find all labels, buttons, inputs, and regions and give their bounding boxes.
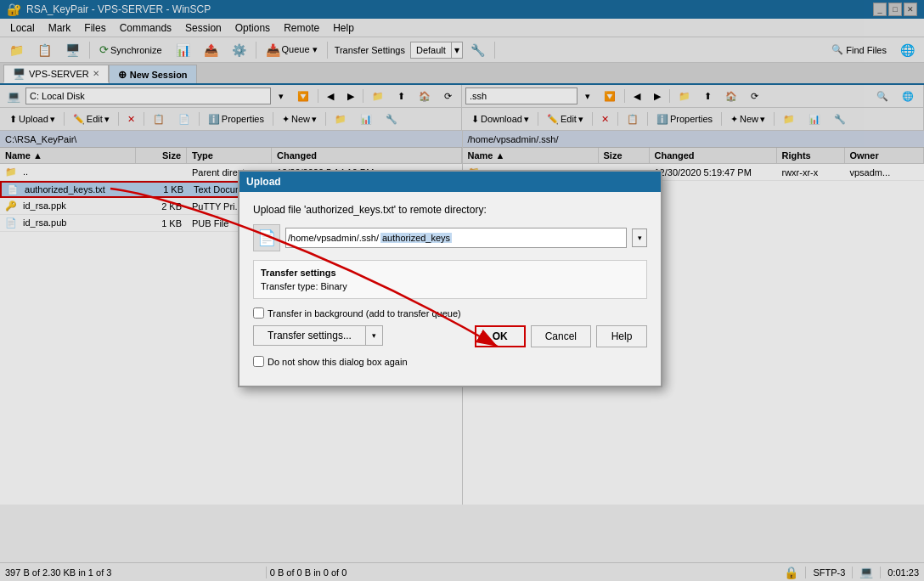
cancel-button[interactable]: Cancel (531, 325, 591, 347)
transfer-background-label: Transfer in background (add to transfer … (268, 308, 461, 319)
transfer-settings-title: Transfer settings (261, 268, 639, 278)
dialog-path-dropdown[interactable]: ▾ (632, 228, 647, 247)
transfer-settings-button[interactable]: Transfer settings... (254, 326, 365, 345)
transfer-settings-dropdown-btn[interactable]: ▾ (365, 326, 382, 345)
dialog-path-highlight: authorized_keys (380, 233, 452, 243)
dialog-overlay: Upload Upload file 'authorized_keys.txt'… (0, 0, 924, 581)
do-not-show-row: Do not show this dialog box again (253, 356, 647, 367)
dialog-file-icon: 📄 (253, 224, 280, 251)
transfer-settings-box: Transfer settings Transfer type: Binary (253, 260, 647, 299)
dialog-content: Upload file 'authorized_keys.txt' to rem… (239, 192, 661, 386)
dialog-path-row: 📄 /home/vpsadmin/.ssh/authorized_keys ▾ (253, 224, 647, 251)
upload-dialog: Upload Upload file 'authorized_keys.txt'… (238, 170, 662, 387)
dialog-prompt-row: Upload file 'authorized_keys.txt' to rem… (253, 204, 647, 216)
dialog-path-prefix: /home/vpsadmin/.ssh/ (286, 233, 380, 243)
ok-button[interactable]: OK (475, 325, 526, 347)
help-button[interactable]: Help (596, 325, 647, 347)
transfer-background-checkbox[interactable] (253, 307, 264, 319)
transfer-settings-combo: Transfer settings... ▾ (253, 325, 383, 346)
do-not-show-checkbox[interactable] (253, 356, 264, 367)
transfer-type-text: Transfer type: Binary (261, 281, 639, 291)
dialog-title: Upload (239, 172, 661, 192)
do-not-show-label: Do not show this dialog box again (268, 357, 408, 367)
dialog-prompt-text: Upload file 'authorized_keys.txt' to rem… (253, 204, 647, 216)
transfer-background-row: Transfer in background (add to transfer … (253, 307, 647, 319)
dialog-buttons-row: Transfer settings... ▾ OK Cancel Help (253, 325, 647, 347)
